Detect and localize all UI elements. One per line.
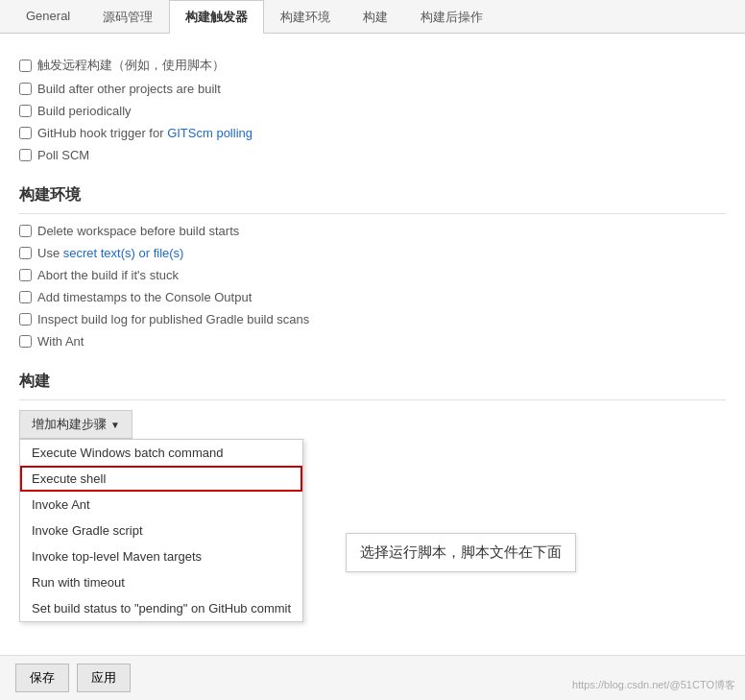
checkbox-abort-stuck-label: Abort the build if it's stuck [37,268,179,282]
tab-env[interactable]: 构建环境 [264,0,347,34]
tab-post[interactable]: 构建后操作 [404,0,499,34]
watermark-text: https://blog.csdn.net/@51CTO博客 [572,678,735,692]
tab-bar: General 源码管理 构建触发器 构建环境 构建 构建后操作 [0,0,745,34]
annotation-box: 选择运行脚本，脚本文件在下面 [346,533,576,572]
tab-general[interactable]: General [10,0,86,34]
checkbox-gradle-scans-input[interactable] [19,313,32,326]
menu-item-gradle[interactable]: Invoke Gradle script [20,518,302,543]
checkbox-timestamps-input[interactable] [19,291,32,303]
checkbox-periodically-input[interactable] [19,105,32,117]
page-wrapper: General 源码管理 构建触发器 构建环境 构建 构建后操作 触发远程构建（… [0,0,745,700]
trigger-checkboxes: 触发远程构建（例如，使用脚本） Build after other projec… [19,57,726,162]
checkbox-after-other-input[interactable] [19,83,32,95]
checkbox-remote-input[interactable] [19,60,32,72]
menu-item-win-batch[interactable]: Execute Windows batch command [20,440,302,466]
checkbox-remote: 触发远程构建（例如，使用脚本） [19,57,726,74]
checkbox-gradle-scans: Inspect build log for published Gradle b… [19,312,726,326]
checkbox-secret-label: Use secret text(s) or file(s) [37,246,183,260]
dropdown-arrow-icon: ▼ [110,420,120,430]
checkbox-poll-scm: Poll SCM [19,148,726,162]
checkbox-after-other-label: Build after other projects are built [37,82,221,96]
menu-item-timeout[interactable]: Run with timeout [20,569,302,595]
checkbox-with-ant-label: With Ant [37,334,84,349]
checkbox-delete-ws: Delete workspace before build starts [19,224,726,238]
checkbox-periodically-label: Build periodically [37,104,132,118]
checkbox-poll-scm-input[interactable] [19,149,32,161]
checkbox-poll-scm-label: Poll SCM [37,148,89,162]
checkbox-gradle-scans-label: Inspect build log for published Gradle b… [37,312,309,326]
checkbox-delete-ws-input[interactable] [19,225,32,237]
menu-item-maven[interactable]: Invoke top-level Maven targets [20,543,302,569]
env-section-title: 构建环境 [19,178,726,214]
checkbox-remote-label: 触发远程构建（例如，使用脚本） [37,57,225,74]
checkbox-with-ant: With Ant [19,334,726,349]
menu-item-exec-shell[interactable]: Execute shell [20,466,302,492]
main-content: 触发远程构建（例如，使用脚本） Build after other projec… [0,34,745,687]
add-step-dropdown: 增加构建步骤 ▼ Execute Windows batch command E… [19,410,132,439]
checkbox-timestamps-label: Add timestamps to the Console Output [37,290,252,304]
apply-button[interactable]: 应用 [77,664,131,692]
save-button[interactable]: 保存 [15,664,69,692]
tab-triggers[interactable]: 构建触发器 [169,0,264,34]
menu-item-invoke-ant[interactable]: Invoke Ant [20,492,302,518]
checkbox-github-hook-label: GitHub hook trigger for GITScm polling [37,126,252,140]
checkbox-delete-ws-label: Delete workspace before build starts [37,224,239,238]
dropdown-menu: Execute Windows batch command Execute sh… [19,439,303,622]
checkbox-after-other: Build after other projects are built [19,82,726,96]
checkbox-secret-input[interactable] [19,247,32,259]
build-section: 构建 增加构建步骤 ▼ Execute Windows batch comman… [19,364,726,439]
tab-build[interactable]: 构建 [347,0,404,34]
checkbox-periodically: Build periodically [19,104,726,118]
checkbox-secret: Use secret text(s) or file(s) [19,246,726,260]
checkbox-timestamps: Add timestamps to the Console Output [19,290,726,304]
menu-item-status[interactable]: Set build status to "pending" on GitHub … [20,595,302,621]
add-step-label: 增加构建步骤 [32,416,107,433]
add-step-button[interactable]: 增加构建步骤 ▼ [19,410,132,439]
build-section-title: 构建 [19,364,726,400]
env-section: 构建环境 Delete workspace before build start… [19,178,726,349]
annotation-text: 选择运行脚本，脚本文件在下面 [360,543,562,560]
tab-source[interactable]: 源码管理 [86,0,169,34]
checkbox-github-hook-input[interactable] [19,127,32,139]
checkbox-github-hook: GitHub hook trigger for GITScm polling [19,126,726,140]
checkbox-with-ant-input[interactable] [19,335,32,348]
checkbox-abort-stuck: Abort the build if it's stuck [19,268,726,282]
checkbox-abort-stuck-input[interactable] [19,269,32,281]
